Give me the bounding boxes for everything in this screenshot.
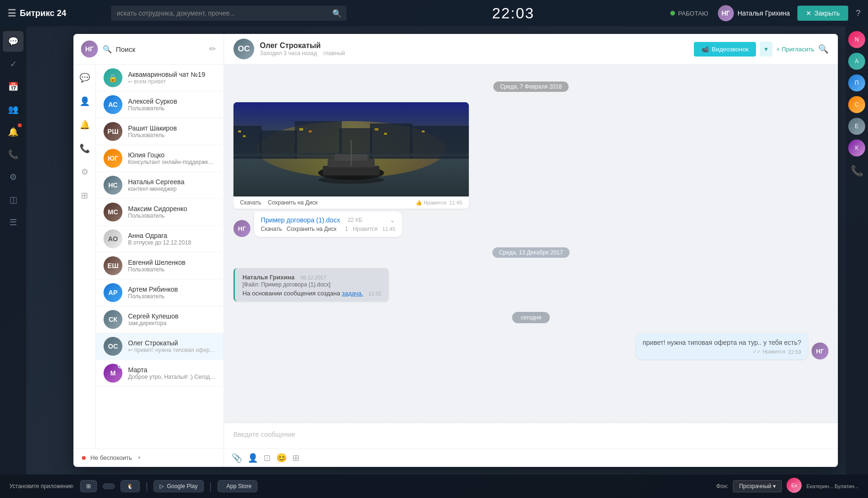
- video-call-dropdown[interactable]: ▾: [760, 41, 772, 57]
- bell-icon-tab[interactable]: 🔔: [76, 116, 93, 133]
- date-separator-today: сегодня: [233, 312, 828, 323]
- sidebar-item-chat[interactable]: 💬: [3, 31, 24, 52]
- dnd-label[interactable]: Не беспокоить: [90, 454, 132, 461]
- download-button-2[interactable]: Скачать: [261, 226, 282, 232]
- bottom-user-avatar[interactable]: Ек: [787, 478, 802, 493]
- file-size: 22 КБ: [347, 217, 362, 223]
- sidebar-item-tasks[interactable]: ✓: [3, 54, 24, 74]
- svg-point-23: [318, 176, 384, 184]
- svg-rect-14: [384, 133, 387, 135]
- contact-item-odraga[interactable]: АО Анна Одрага В отпуске до 12.12.2018: [96, 226, 224, 253]
- svg-rect-10: [243, 135, 246, 137]
- contact-status: Консультант онлайн-поддержки Битр...: [128, 159, 216, 165]
- gear-icon-tab[interactable]: ⚙: [76, 163, 93, 180]
- windows-badge[interactable]: ⊞: [80, 480, 97, 492]
- hamburger-menu[interactable]: ☰: [8, 8, 16, 19]
- search-text[interactable]: Поиск: [116, 45, 136, 53]
- chat-header: ОС Олег Строкатый Заходил 3 часа назад г…: [224, 34, 838, 65]
- background-dropdown[interactable]: Прозрачный ▾: [733, 480, 782, 492]
- more-options-icon[interactable]: ⌄: [390, 216, 395, 224]
- file-actions: Скачать Сохранить на Диск 1 Нравится 11:…: [261, 226, 395, 232]
- contact-avatar-strokatyi: ОС: [104, 337, 122, 356]
- contact-item-shakirov[interactable]: РШ Рашит Шакиров Пользователь: [96, 118, 224, 145]
- chat-icon-tab[interactable]: 💬: [76, 69, 93, 86]
- topbar-search: 🔍: [111, 6, 346, 21]
- file-name[interactable]: Пример договора (1).docx: [261, 216, 340, 224]
- date-pill-2: Среда, 13 Декабря 2017: [492, 247, 570, 258]
- chat-left-icons: 💬 👤 🔔 📞 ⚙ ⊞: [73, 65, 96, 448]
- more-toolbar-icon[interactable]: ⊞: [292, 453, 299, 463]
- sidebar-item-phone[interactable]: 📞: [3, 144, 24, 165]
- sidebar-item-groups[interactable]: 👥: [3, 99, 24, 120]
- grid-icon-tab[interactable]: ⊞: [76, 187, 93, 204]
- contact-avatar-kuleshov: СК: [104, 310, 122, 329]
- contact-item-sergeeva[interactable]: НС Наталья Сергеева контент-менеджер: [96, 172, 224, 199]
- sidebar-item-settings[interactable]: ⚙: [3, 167, 24, 188]
- search-input[interactable]: [111, 6, 346, 21]
- contact-item-surkov[interactable]: АС Алексей Сурков Пользователь: [96, 91, 224, 118]
- close-button[interactable]: ✕ Закрыть: [797, 6, 848, 21]
- contact-item-ryabinkov[interactable]: АР Артем Рябинков Пользователь: [96, 279, 224, 306]
- video-call-button[interactable]: 📹 Видеозвонок: [694, 42, 756, 57]
- contact-item-marta[interactable]: М ● Марта Доброе утро, Наталья! :) Сегод…: [96, 360, 224, 387]
- app-store-badge[interactable]: App Store: [217, 480, 257, 492]
- contact-status: Пользователь: [128, 212, 216, 219]
- like-button-2[interactable]: Нравится: [353, 226, 378, 232]
- contact-item-strokatyi[interactable]: ОС Олег Строкатый ↩ привет! нужна типова…: [96, 333, 224, 360]
- app-logo: ☰ Битрикс 24: [8, 8, 102, 19]
- contact-item-aquamarine[interactable]: 🔒 Аквамариновый чат №19 ↩ всем привет: [96, 65, 224, 91]
- message-input[interactable]: Введите сообщение: [224, 423, 838, 449]
- compose-button[interactable]: ✏: [209, 44, 216, 54]
- right-avatar-5[interactable]: Е: [848, 118, 865, 135]
- google-play-badge[interactable]: ▷ Google Play: [153, 480, 203, 492]
- calendar-icon: 📅: [8, 82, 18, 92]
- dnd-arrow: ▾: [138, 455, 141, 461]
- contact-avatar-shelenkov: ЕШ: [104, 256, 122, 275]
- phone-icon-tab[interactable]: 📞: [76, 140, 93, 157]
- contact-item-sidorenko[interactable]: МС Максим Сидоренко Пользователь: [96, 199, 224, 226]
- task-link[interactable]: задача.: [342, 290, 363, 297]
- contact-item-gotsko[interactable]: ЮГ Юлия Гоцко Консультант онлайн-поддерж…: [96, 145, 224, 172]
- apple-badge[interactable]: [103, 483, 115, 489]
- right-avatar-1[interactable]: N: [848, 31, 865, 48]
- user-info[interactable]: НГ Наталья Грихина: [718, 5, 790, 21]
- my-avatar[interactable]: НГ: [81, 41, 98, 57]
- contacts-icon: ☰: [9, 217, 17, 228]
- contact-info-aquamarine: Аквамариновый чат №19 ↩ всем привет: [128, 71, 216, 85]
- like-button-1[interactable]: 👍 Нравится: [416, 200, 447, 206]
- quote-icon[interactable]: ⊡: [264, 453, 271, 463]
- mention-icon[interactable]: 👤: [248, 453, 258, 463]
- users-icon-tab[interactable]: 👤: [76, 93, 93, 110]
- sidebar-item-contacts[interactable]: ☰: [3, 212, 24, 233]
- emoji-icon[interactable]: 😊: [276, 453, 287, 463]
- save-to-disk-button-1[interactable]: Сохранить на Диск: [268, 199, 318, 206]
- attach-icon[interactable]: 📎: [232, 453, 242, 463]
- chat-list-body: 💬 👤 🔔 📞 ⚙ ⊞ 🔒 Аквамариновый: [73, 65, 224, 448]
- help-button[interactable]: ?: [856, 8, 860, 18]
- status-text: привет! нужна типовая оферта на ...: [134, 347, 216, 353]
- download-button-1[interactable]: Скачать: [240, 199, 261, 206]
- right-avatar-3[interactable]: П: [848, 74, 865, 91]
- image-message: Скачать Сохранить на Диск 👍 Нравится 11:…: [233, 102, 828, 209]
- contact-item-kuleshov[interactable]: СК Сергей Кулешов зам.директора: [96, 306, 224, 333]
- linux-badge[interactable]: 🐧: [121, 480, 140, 492]
- sidebar-item-calendar[interactable]: 📅: [3, 76, 24, 97]
- contact-info-kuleshov: Сергей Кулешов зам.директора: [128, 312, 216, 327]
- sidebar-item-bell[interactable]: 🔔: [3, 122, 24, 142]
- contact-status: Доброе утро, Наталья! :) Сегодня у ва...: [128, 374, 216, 380]
- contact-name: Сергей Кулешов: [128, 312, 216, 320]
- phone-fab[interactable]: 📞: [851, 165, 863, 177]
- invite-button[interactable]: + Пригласить: [776, 46, 814, 53]
- right-avatar-2[interactable]: А: [848, 53, 865, 70]
- contact-item-shelenkov[interactable]: ЕШ Евгений Шеленков Пользователь: [96, 253, 224, 279]
- sidebar-item-crm[interactable]: ◫: [3, 189, 24, 210]
- like-button-3[interactable]: ✓✓ Нравится: [753, 349, 786, 355]
- contact-name: Юлия Гоцко: [128, 151, 216, 159]
- contact-status: Пользователь: [128, 293, 216, 300]
- save-to-disk-button-2[interactable]: Сохранить на Диск: [287, 226, 337, 232]
- right-avatar-6[interactable]: К: [848, 139, 865, 156]
- contact-avatar-surkov: АС: [104, 95, 122, 114]
- right-avatar-4[interactable]: С: [848, 96, 865, 113]
- search-chat-button[interactable]: 🔍: [818, 44, 828, 54]
- date-pill-1: Среда, 7 Февраля 2018: [493, 82, 568, 92]
